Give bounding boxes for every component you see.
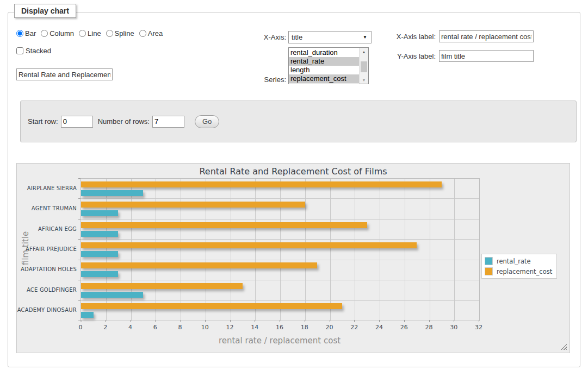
x-axis-select[interactable]: title ▼ — [288, 31, 372, 43]
x-tick-label: 26 — [400, 324, 408, 331]
scroll-down-icon[interactable]: ▼ — [360, 76, 368, 84]
chart-type-radio-group: BarColumnLineSplineArea — [16, 29, 163, 37]
select-dropdown-arrow-icon: ▼ — [363, 35, 371, 40]
stacked-label: Stacked — [26, 47, 51, 55]
category-label: ACE GOLDFINGER — [17, 279, 77, 299]
chart-type-radio-spline[interactable] — [106, 30, 113, 37]
series-listbox[interactable]: rental_durationrental_ratelengthreplacem… — [288, 47, 369, 84]
scrollbar-thumb[interactable] — [361, 61, 367, 72]
fieldset-legend: Display chart — [14, 4, 76, 18]
chart-type-label-spline: Spline — [115, 29, 134, 37]
category-label: AIRPLANE SIERRA — [17, 178, 77, 198]
x-axis-label-caption: X-Axis label: — [376, 33, 436, 41]
bar-rental_rate — [81, 292, 143, 298]
chart-type-label-column: Column — [49, 29, 74, 37]
chart-type-label-bar: Bar — [25, 29, 36, 37]
bar-replacement_cost — [81, 202, 305, 208]
series-select-label: Series: — [226, 76, 286, 84]
chart-type-option-area: Area — [139, 29, 163, 37]
stacked-row: Stacked — [16, 47, 51, 55]
x-tick-label: 14 — [251, 324, 258, 331]
chart-container: Rental Rate and Replacement Cost of Film… — [16, 163, 570, 353]
category-label: AGENT TRUMAN — [17, 198, 77, 218]
chart-type-label-area: Area — [148, 29, 163, 37]
chart-bands — [81, 179, 479, 321]
bar-replacement_cost — [81, 262, 317, 268]
chart-type-option-spline: Spline — [106, 29, 134, 37]
rows-panel: Start row: Number of rows: Go — [20, 101, 577, 142]
x-tick-label: 6 — [153, 324, 157, 331]
x-tick-label: 22 — [350, 324, 358, 331]
number-of-rows-input[interactable] — [152, 116, 184, 128]
series-option-length[interactable]: length — [289, 66, 359, 74]
bar-replacement_cost — [81, 222, 367, 228]
x-tick-label: 24 — [375, 324, 383, 331]
chart-x-axis-label: rental rate / replacement cost — [81, 336, 479, 346]
chart-x-axis-ticks: 02468101214161820222426283032 — [81, 324, 479, 331]
chart-plot-area — [81, 178, 480, 321]
chart-type-radio-line[interactable] — [79, 30, 86, 37]
category-label: ACADEMY DINOSAUR — [17, 300, 77, 320]
chart-title: Rental Rate and Replacement Cost of Film… — [17, 166, 570, 177]
category-label: AFFAIR PREJUDICE — [17, 239, 77, 259]
x-tick-label: 4 — [128, 324, 132, 331]
x-tick-label: 16 — [276, 324, 283, 331]
x-tick-label: 32 — [475, 324, 482, 331]
bar-rental_rate — [81, 312, 94, 318]
bar-replacement_cost — [81, 242, 417, 248]
chart-type-option-line: Line — [79, 29, 101, 37]
chart-type-label-line: Line — [88, 29, 101, 37]
x-axis-selected-value: title — [292, 33, 363, 41]
legend-swatch-rental_rate — [485, 257, 493, 265]
start-row-input[interactable] — [61, 116, 93, 128]
category-label: ADAPTATION HOLES — [17, 259, 77, 279]
series-options: rental_durationrental_ratelengthreplacem… — [289, 48, 359, 84]
series-option-rental_duration[interactable]: rental_duration — [289, 48, 359, 57]
display-chart-panel: BarColumnLineSplineArea Stacked X-Axis: … — [8, 12, 580, 367]
legend-swatch-replacement_cost — [485, 267, 493, 275]
go-button[interactable]: Go — [195, 115, 219, 128]
legend-label: replacement_cost — [497, 268, 552, 275]
legend-entry-replacement_cost: replacement_cost — [485, 267, 552, 275]
chart-band — [81, 179, 479, 199]
x-axis-label-input[interactable] — [439, 30, 534, 42]
chart-band — [81, 301, 479, 321]
bar-rental_rate — [81, 231, 118, 237]
chart-type-option-bar: Bar — [16, 29, 36, 37]
bar-rental_rate — [81, 251, 118, 257]
chart-band — [81, 260, 479, 280]
x-tick-label: 28 — [425, 324, 433, 331]
series-option-replacement_cost[interactable]: replacement_cost — [289, 74, 359, 83]
chart-type-radio-bar[interactable] — [16, 30, 23, 37]
category-label: AFRICAN EGG — [17, 219, 77, 239]
scroll-up-icon[interactable]: ▲ — [360, 48, 368, 55]
chart-type-radio-area[interactable] — [139, 30, 146, 37]
x-tick-label: 12 — [226, 324, 234, 331]
x-tick-label: 20 — [326, 324, 333, 331]
bar-rental_rate — [81, 190, 143, 196]
x-tick-label: 8 — [178, 324, 182, 331]
x-tick-label: 0 — [79, 324, 83, 331]
y-axis-label-caption: Y-Axis label: — [376, 52, 436, 60]
chart-band — [81, 220, 479, 240]
x-tick-label: 30 — [450, 324, 457, 331]
start-row-label: Start row: — [28, 117, 58, 126]
x-tick-label: 18 — [301, 324, 308, 331]
bar-replacement_cost — [81, 283, 243, 289]
resize-grip-icon[interactable] — [561, 344, 567, 350]
chart-title-input[interactable] — [16, 68, 113, 80]
number-of-rows-label: Number of rows: — [98, 117, 150, 126]
x-tick-label: 10 — [201, 324, 209, 331]
chart-type-radio-column[interactable] — [41, 30, 48, 37]
chart-type-option-column: Column — [41, 29, 74, 37]
legend-label: rental_rate — [497, 258, 531, 265]
bar-replacement_cost — [81, 303, 342, 309]
y-axis-label-input[interactable] — [439, 50, 534, 62]
series-option-rental_rate[interactable]: rental_rate — [289, 57, 359, 66]
x-axis-select-label: X-Axis: — [226, 33, 286, 41]
chart-legend: rental_ratereplacement_cost — [481, 254, 557, 279]
chart-category-labels: AIRPLANE SIERRAAGENT TRUMANAFRICAN EGGAF… — [17, 178, 77, 320]
stacked-checkbox[interactable] — [16, 47, 23, 54]
series-scrollbar[interactable]: ▲ ▼ — [359, 48, 368, 84]
chart-band — [81, 199, 479, 219]
